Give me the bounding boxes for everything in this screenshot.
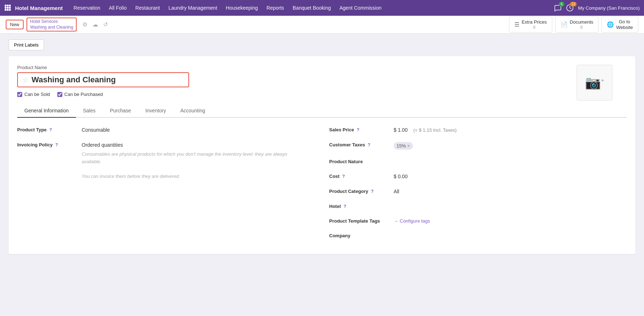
product-type-help-icon[interactable]: ? [49,127,52,132]
sales-price-value[interactable]: $ 1.00 [394,127,408,133]
product-type-row: Product Type ? Consumable [17,125,315,133]
svg-rect-2 [9,5,11,6]
extra-prices-count: 0 [522,25,547,30]
company-row: Company [329,231,627,238]
refresh-icon[interactable]: ↺ [102,20,109,29]
tax-badge: 15% × [394,142,413,150]
cost-row: Cost ? $ 0.00 [329,171,627,179]
company-value[interactable] [394,231,627,233]
product-category-row: Product Category ? All [329,186,627,194]
hotel-label: Hotel ? [329,201,394,209]
product-name-label: Product Name [17,65,627,70]
nav-agent[interactable]: Agent Commission [336,2,385,14]
svg-rect-8 [9,9,11,11]
top-navigation: Hotel Management Reservation All Folio R… [0,0,644,16]
product-nature-value[interactable] [394,157,627,159]
extra-prices-label: Extra Prices [522,19,547,25]
customer-taxes-help-icon[interactable]: ? [368,142,370,147]
tab-inventory[interactable]: Inventory [138,104,173,118]
can-be-purchased-label: Can be Purchased [64,92,103,97]
product-type-value[interactable]: Consumable [82,125,315,133]
product-category-help-icon[interactable]: ? [371,189,374,194]
product-category-value[interactable]: All [394,186,627,194]
product-nature-label: Product Nature [329,157,394,164]
documents-button[interactable]: 📄 Documents 0 [555,16,599,33]
print-labels-button[interactable]: Print Labels [9,39,44,50]
svg-rect-1 [7,5,9,6]
svg-rect-0 [5,5,6,6]
settings-icon[interactable]: ⚙ [81,20,89,29]
app-name: Hotel Management [15,5,63,11]
sales-price-label: Sales Price ? [329,125,394,132]
tabs: General Information Sales Purchase Inven… [17,104,627,118]
checkboxes: Can be Sold Can be Purchased [17,92,627,97]
svg-rect-4 [7,7,9,9]
cloud-icon[interactable]: ☁ [91,20,100,29]
can-be-purchased-checkbox[interactable]: Can be Purchased [57,92,103,97]
svg-rect-6 [5,9,6,11]
invoicing-policy-label: Invoicing Policy ? [17,140,82,147]
product-type-label: Product Type ? [17,125,82,132]
chat-button[interactable]: 6 [554,4,562,12]
remove-tax-icon[interactable]: × [407,143,410,149]
goto-website-button[interactable]: 🌐 Go to Website [601,16,638,33]
nav-reservation[interactable]: Reservation [70,2,104,14]
arrow-right-icon: → [394,218,398,224]
tab-accounting[interactable]: Accounting [173,104,212,118]
svg-rect-7 [7,9,9,11]
invoicing-policy-value[interactable]: Ordered quantities [82,142,315,148]
incl-taxes-note: (= $ 1.15 Incl. Taxes) [413,127,457,133]
can-be-sold-checkbox[interactable]: Can be Sold [17,92,50,97]
invoicing-policy-help-icon[interactable]: ? [56,142,58,147]
toolbar-actions: ☰ Extra Prices 0 📄 Documents 0 🌐 Go to W… [509,16,638,33]
hotel-row: Hotel ? [329,201,627,209]
product-name-field[interactable]: ☆ [17,72,189,87]
nav-laundry[interactable]: Laundry Management [165,2,221,14]
sales-price-help-icon[interactable]: ? [357,127,359,132]
breadcrumb-bottom: Washing and Cleaning [30,25,73,30]
globe-icon: 🌐 [607,21,614,28]
goto-sub: Website [616,25,633,30]
breadcrumb-bar: New Hotel Services Washing and Cleaning … [0,16,644,34]
nav-all-folio[interactable]: All Folio [105,2,130,14]
nav-restaurant[interactable]: Restaurant [132,2,163,14]
form-body: Product Type ? Consumable Invoicing Poli… [17,125,627,245]
can-be-sold-label: Can be Sold [24,92,50,97]
form-left: Product Type ? Consumable Invoicing Poli… [17,125,315,245]
product-photo-area[interactable]: 📷+ [577,65,612,101]
desc-consumables: Consumables are physical products for wh… [82,151,297,180]
form-card: Product Name ☆ Can be Sold Can be Purcha… [9,56,635,254]
product-template-tags-row: Product Template Tags → Configure tags [329,216,627,224]
clock-button[interactable]: 13 [566,4,574,12]
hotel-help-icon[interactable]: ? [343,204,346,209]
documents-label: Documents [570,19,593,25]
tab-sales[interactable]: Sales [76,104,103,118]
nav-icons: 6 13 My Company (San Francisco) [554,4,640,12]
company-name: My Company (San Francisco) [578,5,640,11]
breadcrumb-path[interactable]: Hotel Services Washing and Cleaning [27,18,77,31]
extra-prices-button[interactable]: ☰ Extra Prices 0 [509,16,552,33]
tab-purchase[interactable]: Purchase [103,104,138,118]
list-icon: ☰ [514,21,519,28]
nav-banquet[interactable]: Banquet Booking [289,2,335,14]
nav-reports[interactable]: Reports [263,2,288,14]
tab-general-information[interactable]: General Information [17,104,76,118]
cost-value[interactable]: $ 0.00 [394,171,627,179]
new-button[interactable]: New [6,20,24,29]
cost-help-icon[interactable]: ? [342,174,345,179]
form-right: Sales Price ? $ 1.00 (= $ 1.15 Incl. Tax… [329,125,627,245]
product-name-input[interactable] [32,75,184,84]
nav-housekeeping[interactable]: Housekeeping [222,2,262,14]
breadcrumb-top: Hotel Services [30,19,73,25]
invoicing-policy-row: Invoicing Policy ? Ordered quantities Co… [17,140,315,180]
svg-rect-5 [9,7,11,9]
favorite-star-icon[interactable]: ☆ [22,76,29,84]
product-template-tags-label: Product Template Tags [329,216,394,224]
chat-badge: 6 [559,2,564,6]
clock-badge: 13 [570,2,577,6]
configure-tags-link[interactable]: → Configure tags [394,218,627,224]
grid-icon[interactable] [4,4,11,12]
cost-label: Cost ? [329,171,394,179]
product-category-label: Product Category ? [329,186,394,194]
hotel-value[interactable] [394,201,627,204]
